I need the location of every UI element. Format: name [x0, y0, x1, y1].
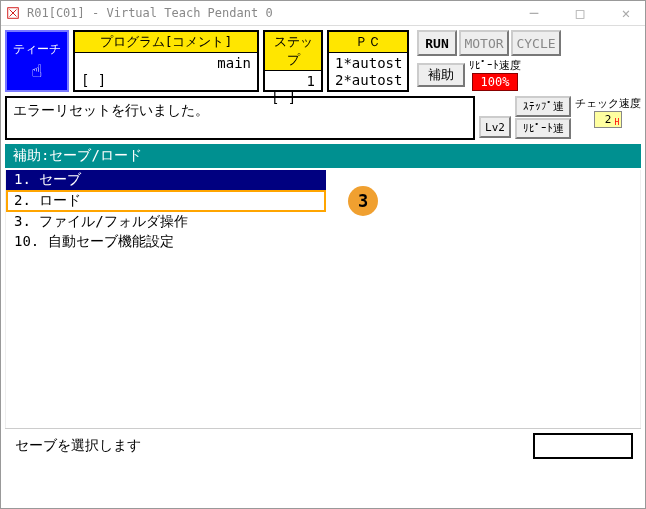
message-text: エラーリセットを行いました。: [13, 102, 209, 118]
pc-head: ＰＣ: [329, 32, 407, 53]
pc-panel: ＰＣ 1*autost 2*autost: [327, 30, 409, 92]
repeat-speed: ﾘﾋﾟｰﾄ速度 100%: [469, 58, 521, 91]
message-box: エラーリセットを行いました。: [5, 96, 475, 140]
motor-button[interactable]: MOTOR: [459, 30, 509, 56]
cycle-button[interactable]: CYCLE: [511, 30, 561, 56]
app-icon: [5, 5, 21, 21]
right-cluster: RUN MOTOR CYCLE 補助 ﾘﾋﾟｰﾄ速度 100%: [417, 30, 561, 92]
check-speed-value: 2: [594, 111, 623, 128]
teach-button[interactable]: ティーチ ☝: [5, 30, 69, 92]
window-title: R01[C01] - Virtual Teach Pendant 0: [27, 6, 519, 20]
maximize-button[interactable]: □: [565, 5, 595, 21]
step-continuous-button[interactable]: ｽﾃｯﾌﾟ連: [515, 96, 571, 117]
menu-item-load-label: 2. ロード: [14, 192, 81, 208]
status-text: セーブを選択します: [13, 433, 525, 459]
menu-item-file-ops[interactable]: 3. ファイル/フォルダ操作: [6, 212, 640, 232]
titlebar: R01[C01] - Virtual Teach Pendant 0 ─ □ ✕: [1, 1, 645, 26]
callout-badge: 3: [348, 186, 378, 216]
repeat-continuous-button[interactable]: ﾘﾋﾟｰﾄ連: [515, 118, 571, 139]
check-speed-label: チェック速度: [575, 96, 641, 111]
close-button[interactable]: ✕: [611, 5, 641, 21]
teach-label: ティーチ: [13, 41, 61, 58]
program-row1: main: [81, 55, 251, 71]
run-button[interactable]: RUN: [417, 30, 457, 56]
step-row1: 1: [271, 73, 315, 89]
step-head: ステップ: [265, 32, 321, 71]
check-speed: チェック速度 2: [575, 96, 641, 140]
toolbar: ティーチ ☝ プログラム[コメント] main [ ] ステップ 1 [ ] Ｐ…: [1, 26, 645, 94]
program-panel: プログラム[コメント] main [ ]: [73, 30, 259, 92]
section-header: 補助:セーブ/ロード: [5, 144, 641, 168]
minimize-button[interactable]: ─: [519, 5, 549, 21]
app-window: R01[C01] - Virtual Teach Pendant 0 ─ □ ✕…: [0, 0, 646, 509]
status-bar: セーブを選択します: [5, 428, 641, 463]
message-row: エラーリセットを行いました。 Lv2 ｽﾃｯﾌﾟ連 ﾘﾋﾟｰﾄ連 チェック速度 …: [1, 94, 645, 142]
program-row2: [ ]: [81, 72, 251, 88]
window-controls: ─ □ ✕: [519, 5, 641, 21]
pc-row1: 1*autost: [335, 55, 401, 71]
repeat-speed-value: 100%: [472, 73, 519, 91]
step-link-col: ｽﾃｯﾌﾟ連 ﾘﾋﾟｰﾄ連: [515, 96, 571, 140]
menu-area: 1. セーブ 2. ロード 3 3. ファイル/フォルダ操作 10. 自動セーブ…: [5, 170, 641, 428]
program-head: プログラム[コメント]: [75, 32, 257, 53]
menu-item-save[interactable]: 1. セーブ: [6, 170, 326, 190]
aux-button[interactable]: 補助: [417, 63, 465, 87]
status-input[interactable]: [533, 433, 633, 459]
level-button[interactable]: Lv2: [479, 116, 511, 138]
repeat-speed-label: ﾘﾋﾟｰﾄ速度: [469, 58, 521, 73]
hand-icon: ☝: [32, 60, 43, 81]
menu-item-autosave[interactable]: 10. 自動セーブ機能設定: [6, 232, 640, 252]
step-panel: ステップ 1 [ ]: [263, 30, 323, 92]
pc-row2: 2*autost: [335, 72, 401, 88]
menu-item-load[interactable]: 2. ロード 3: [6, 190, 326, 212]
